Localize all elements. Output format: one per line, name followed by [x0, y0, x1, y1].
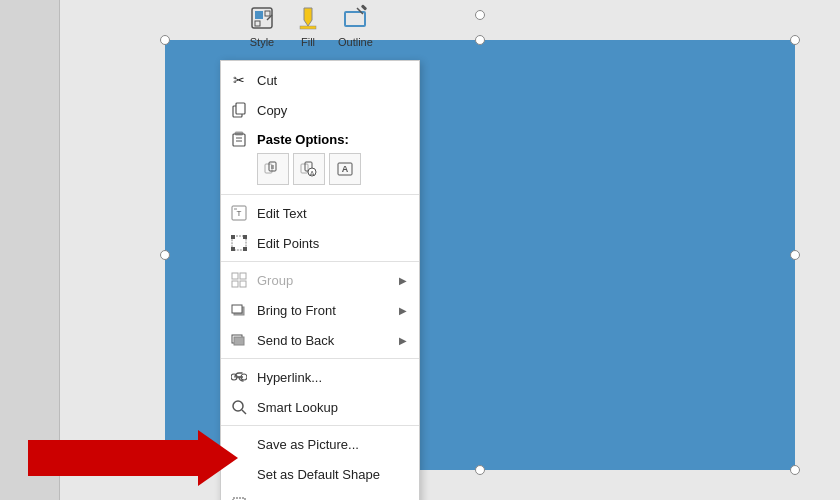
svg-rect-36 [240, 281, 246, 287]
menu-item-set-default[interactable]: Set as Default Shape [221, 459, 419, 489]
handle-tl[interactable] [160, 35, 170, 45]
edit-points-icon [229, 233, 249, 253]
svg-rect-33 [232, 273, 238, 279]
menu-hyperlink-label: Hyperlink... [257, 370, 407, 385]
menu-item-edit-points[interactable]: Edit Points [221, 228, 419, 258]
svg-text:A: A [342, 164, 349, 174]
menu-item-edit-text[interactable]: T Edit Text [221, 198, 419, 228]
svg-rect-1 [255, 11, 263, 19]
svg-text:A: A [310, 170, 315, 177]
separator-2 [221, 261, 419, 262]
size-position-icon [229, 494, 249, 500]
menu-item-smart-lookup[interactable]: Smart Lookup [221, 392, 419, 422]
handle-br[interactable] [790, 465, 800, 475]
bring-front-icon [229, 300, 249, 320]
menu-size-position-label: Size and Position... [257, 497, 407, 501]
slide-area: Style Fill Outline [0, 0, 840, 500]
menu-cut-label: Cut [257, 73, 407, 88]
hyperlink-icon [229, 367, 249, 387]
send-back-arrow: ▶ [399, 335, 407, 346]
paste-icons-row: A A [257, 153, 411, 185]
ribbon-fill-label: Fill [301, 36, 315, 48]
svg-text:T: T [237, 209, 242, 218]
copy-icon [229, 100, 249, 120]
handle-rotate[interactable] [475, 10, 485, 20]
svg-rect-3 [255, 21, 260, 26]
menu-bring-front-label: Bring to Front [257, 303, 391, 318]
menu-save-picture-label: Save as Picture... [257, 437, 407, 452]
menu-copy-label: Copy [257, 103, 407, 118]
menu-smart-lookup-label: Smart Lookup [257, 400, 407, 415]
menu-item-send-back[interactable]: Send to Back ▶ [221, 325, 419, 355]
svg-rect-30 [243, 235, 247, 239]
context-menu: ✂ Cut Copy [220, 60, 420, 500]
menu-item-copy[interactable]: Copy [221, 95, 419, 125]
handle-ml[interactable] [160, 250, 170, 260]
svg-point-43 [233, 401, 243, 411]
handle-tr[interactable] [790, 35, 800, 45]
menu-item-size-position[interactable]: Size and Position... [221, 489, 419, 500]
smart-lookup-icon [229, 397, 249, 417]
svg-rect-12 [233, 134, 245, 146]
menu-item-group[interactable]: Group ▶ [221, 265, 419, 295]
paste-btn-1[interactable] [257, 153, 289, 185]
group-arrow: ▶ [399, 275, 407, 286]
handle-mr[interactable] [790, 250, 800, 260]
ribbon-item-style[interactable]: Style [240, 0, 284, 50]
ribbon-strip: Style Fill Outline [240, 0, 379, 54]
outline-icon [339, 2, 371, 34]
svg-rect-32 [243, 247, 247, 251]
ribbon-item-fill[interactable]: Fill [286, 0, 330, 50]
group-icon [229, 270, 249, 290]
paste-btn-2[interactable]: A [293, 153, 325, 185]
menu-item-save-picture[interactable]: Save as Picture... [221, 429, 419, 459]
svg-rect-35 [232, 281, 238, 287]
separator-1 [221, 194, 419, 195]
arrow-head [198, 430, 238, 486]
ribbon-outline-label: Outline [338, 36, 373, 48]
bring-front-arrow: ▶ [399, 305, 407, 316]
separator-4 [221, 425, 419, 426]
red-arrow [28, 430, 238, 486]
fill-icon [292, 2, 324, 34]
svg-rect-2 [265, 11, 270, 16]
arrow-body [28, 440, 198, 476]
separator-3 [221, 358, 419, 359]
menu-item-hyperlink[interactable]: Hyperlink... [221, 362, 419, 392]
menu-group-label: Group [257, 273, 391, 288]
svg-rect-5 [300, 26, 316, 29]
svg-rect-38 [232, 305, 242, 313]
svg-rect-10 [236, 103, 245, 114]
svg-line-44 [242, 410, 246, 414]
menu-send-back-label: Send to Back [257, 333, 391, 348]
menu-item-cut[interactable]: ✂ Cut [221, 65, 419, 95]
svg-rect-31 [231, 247, 235, 251]
paste-options-label: Paste Options: [229, 129, 411, 149]
menu-item-bring-front[interactable]: Bring to Front ▶ [221, 295, 419, 325]
paste-btn-3[interactable]: A [329, 153, 361, 185]
svg-rect-29 [231, 235, 235, 239]
handle-tm[interactable] [475, 35, 485, 45]
svg-rect-6 [345, 12, 365, 26]
cut-icon: ✂ [229, 70, 249, 90]
left-sidebar [0, 0, 60, 500]
svg-rect-40 [234, 337, 244, 345]
menu-set-default-label: Set as Default Shape [257, 467, 407, 482]
ribbon-style-label: Style [250, 36, 274, 48]
paste-icon [229, 129, 249, 149]
menu-edit-text-label: Edit Text [257, 206, 407, 221]
svg-rect-34 [240, 273, 246, 279]
handle-bm[interactable] [475, 465, 485, 475]
edit-text-icon: T [229, 203, 249, 223]
paste-options-section: Paste Options: A [221, 125, 419, 191]
paste-options-title: Paste Options: [257, 132, 349, 147]
ribbon-item-outline[interactable]: Outline [332, 0, 379, 50]
menu-edit-points-label: Edit Points [257, 236, 407, 251]
svg-rect-8 [361, 4, 367, 10]
style-icon [246, 2, 278, 34]
send-back-icon [229, 330, 249, 350]
